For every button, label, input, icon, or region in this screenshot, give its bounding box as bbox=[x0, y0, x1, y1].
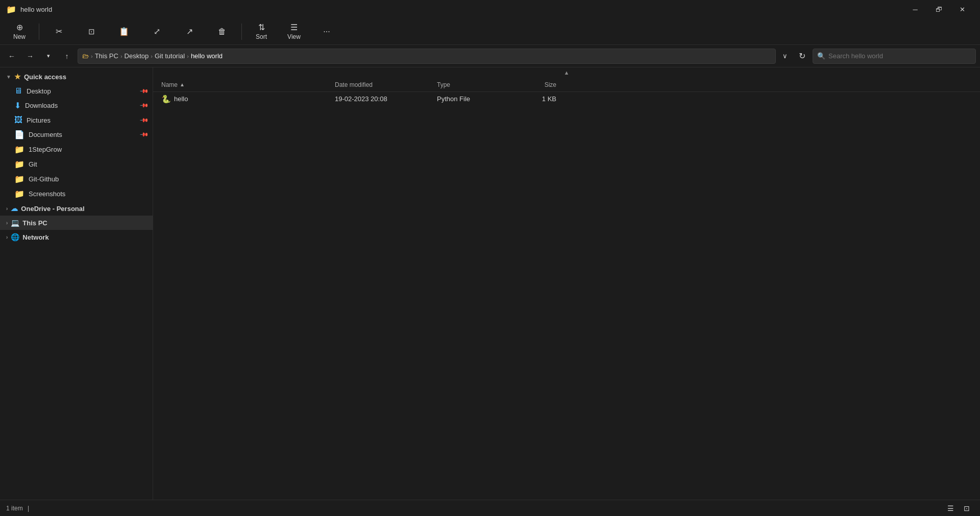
sidebar-item-git-label: Git bbox=[29, 160, 37, 168]
breadcrumb-thispc[interactable]: This PC bbox=[95, 52, 118, 60]
sidebar-item-pictures[interactable]: 🖼 Pictures 📌 bbox=[0, 113, 153, 127]
copy-icon: ⊡ bbox=[88, 27, 95, 36]
thispc-icon: 💻 bbox=[11, 219, 19, 227]
sidebar-item-screenshots[interactable]: 📁 Screenshots bbox=[0, 186, 153, 201]
git-icon: 📁 bbox=[14, 159, 24, 169]
new-button[interactable]: ⊕ New bbox=[4, 20, 35, 43]
statusbar-right: ☰ ⊡ bbox=[943, 502, 974, 514]
up-button[interactable]: ↑ bbox=[59, 49, 75, 64]
breadcrumb: 🗁 › This PC › Desktop › Git tutorial › h… bbox=[78, 49, 776, 64]
toolbar: ⊕ New ✂ ⊡ 📋 ⤢ ↗ 🗑 ⇅ Sort ☰ View ··· bbox=[0, 18, 980, 45]
window-title: hello world bbox=[20, 6, 52, 13]
col-size-label: Size bbox=[545, 81, 556, 88]
python-file-icon: 🐍 bbox=[161, 95, 171, 104]
pin-icon-downloads: 📌 bbox=[139, 101, 149, 110]
onedrive-icon: ☁ bbox=[11, 204, 18, 213]
close-button[interactable]: ✕ bbox=[950, 0, 974, 18]
sidebar-item-documents[interactable]: 📄 Documents 📌 bbox=[0, 127, 153, 142]
table-row[interactable]: 🐍 hello 19-02-2023 20:08 Python File 1 K… bbox=[153, 92, 980, 106]
titlebar-left: 📁 hello world bbox=[6, 5, 52, 14]
refresh-button[interactable]: ↻ bbox=[794, 49, 810, 64]
sort-icon: ⇅ bbox=[258, 22, 265, 32]
dropdown-recents-button[interactable]: ▾ bbox=[41, 49, 56, 64]
share-button[interactable]: ↗ bbox=[174, 20, 205, 43]
sidebar-section-quick-access[interactable]: ▼ ★ Quick access bbox=[0, 69, 153, 84]
sidebar-section-onedrive[interactable]: › ☁ OneDrive - Personal bbox=[0, 201, 153, 216]
view-button[interactable]: ☰ View bbox=[279, 20, 309, 43]
search-input[interactable] bbox=[828, 52, 971, 60]
sidebar-section-network[interactable]: › 🌐 Network bbox=[0, 230, 153, 244]
sidebar-network-label: Network bbox=[22, 233, 48, 241]
delete-button[interactable]: 🗑 bbox=[207, 20, 237, 43]
window-icon: 📁 bbox=[6, 5, 16, 14]
back-button[interactable]: ← bbox=[4, 49, 19, 64]
new-label: New bbox=[13, 33, 26, 40]
breadcrumb-helloworld[interactable]: hello world bbox=[191, 52, 223, 60]
breadcrumb-home[interactable]: 🗁 bbox=[82, 52, 89, 60]
thispc-chevron: › bbox=[6, 220, 8, 226]
column-type-header[interactable]: Type bbox=[433, 81, 509, 88]
file-name-cell: 🐍 hello bbox=[157, 95, 331, 104]
toolbar-separator-1 bbox=[39, 24, 39, 40]
minimize-button[interactable]: ─ bbox=[903, 0, 927, 18]
col-date-label: Date modified bbox=[335, 81, 373, 88]
toolbar-separator-2 bbox=[241, 24, 242, 40]
move-button[interactable]: ⤢ bbox=[141, 20, 172, 43]
sidebar-item-desktop[interactable]: 🖥 Desktop 📌 bbox=[0, 84, 153, 98]
search-bar[interactable]: 🔍 bbox=[813, 49, 976, 64]
screenshots-icon: 📁 bbox=[14, 189, 24, 199]
details-view-button[interactable]: ☰ bbox=[943, 502, 958, 514]
column-date-header[interactable]: Date modified bbox=[331, 81, 433, 88]
statusbar-separator: | bbox=[28, 505, 29, 512]
column-name-header[interactable]: Name ▲ bbox=[157, 81, 331, 88]
1stepgrow-icon: 📁 bbox=[14, 145, 24, 154]
sidebar-item-git[interactable]: 📁 Git bbox=[0, 157, 153, 172]
sidebar-item-screenshots-label: Screenshots bbox=[29, 190, 65, 198]
cut-icon: ✂ bbox=[56, 27, 62, 36]
share-icon: ↗ bbox=[186, 27, 193, 36]
sidebar-item-downloads-label: Downloads bbox=[25, 102, 58, 109]
breadcrumb-gittutorial[interactable]: Git tutorial bbox=[155, 52, 185, 60]
sidebar-onedrive-label: OneDrive - Personal bbox=[21, 205, 84, 213]
sidebar-item-git-github-label: Git-Github bbox=[29, 175, 59, 183]
paste-button[interactable]: 📋 bbox=[109, 20, 139, 43]
file-type: Python File bbox=[437, 95, 470, 103]
more-button[interactable]: ··· bbox=[311, 20, 342, 43]
pin-icon-desktop: 📌 bbox=[139, 86, 149, 96]
sidebar-item-1stepgrow[interactable]: 📁 1StepGrow bbox=[0, 142, 153, 157]
titlebar-controls: ─ 🗗 ✕ bbox=[903, 0, 974, 18]
file-type-cell: Python File bbox=[433, 95, 509, 103]
desktop-icon: 🖥 bbox=[14, 86, 22, 96]
sidebar-item-documents-label: Documents bbox=[29, 131, 62, 138]
quick-access-chevron: ▼ bbox=[6, 74, 11, 80]
quick-access-label: Quick access bbox=[24, 73, 66, 81]
col-name-sort-icon: ▲ bbox=[180, 82, 185, 87]
paste-icon: 📋 bbox=[119, 27, 129, 36]
collapse-panel-icon[interactable]: ▲ bbox=[564, 69, 570, 76]
sort-label: Sort bbox=[256, 33, 267, 40]
main-layout: ▼ ★ Quick access 🖥 Desktop 📌 ⬇ Downloads… bbox=[0, 67, 980, 500]
file-date-cell: 19-02-2023 20:08 bbox=[331, 95, 433, 103]
sidebar-section-thispc[interactable]: › 💻 This PC bbox=[0, 216, 153, 230]
pin-icon-pictures: 📌 bbox=[139, 115, 149, 125]
statusbar: 1 item | ☰ ⊡ bbox=[0, 500, 980, 516]
more-icon: ··· bbox=[323, 27, 330, 36]
sidebar-item-git-github[interactable]: 📁 Git-Github bbox=[0, 172, 153, 186]
onedrive-chevron: › bbox=[6, 206, 8, 212]
copy-button[interactable]: ⊡ bbox=[76, 20, 107, 43]
sidebar-thispc-label: This PC bbox=[22, 219, 47, 227]
sidebar-item-downloads[interactable]: ⬇ Downloads 📌 bbox=[0, 98, 153, 113]
git-github-icon: 📁 bbox=[14, 174, 24, 184]
forward-button[interactable]: → bbox=[22, 49, 38, 64]
sort-button[interactable]: ⇅ Sort bbox=[246, 20, 277, 43]
breadcrumb-dropdown-button[interactable]: ∨ bbox=[779, 49, 791, 64]
sidebar: ▼ ★ Quick access 🖥 Desktop 📌 ⬇ Downloads… bbox=[0, 67, 153, 500]
maximize-button[interactable]: 🗗 bbox=[927, 0, 950, 18]
cut-button[interactable]: ✂ bbox=[43, 20, 74, 43]
column-size-header[interactable]: Size bbox=[509, 81, 560, 88]
pin-icon-documents: 📌 bbox=[139, 130, 149, 139]
breadcrumb-desktop[interactable]: Desktop bbox=[125, 52, 149, 60]
sidebar-item-1stepgrow-label: 1StepGrow bbox=[29, 146, 62, 153]
tiles-view-button[interactable]: ⊡ bbox=[960, 502, 974, 514]
move-icon: ⤢ bbox=[154, 27, 160, 36]
